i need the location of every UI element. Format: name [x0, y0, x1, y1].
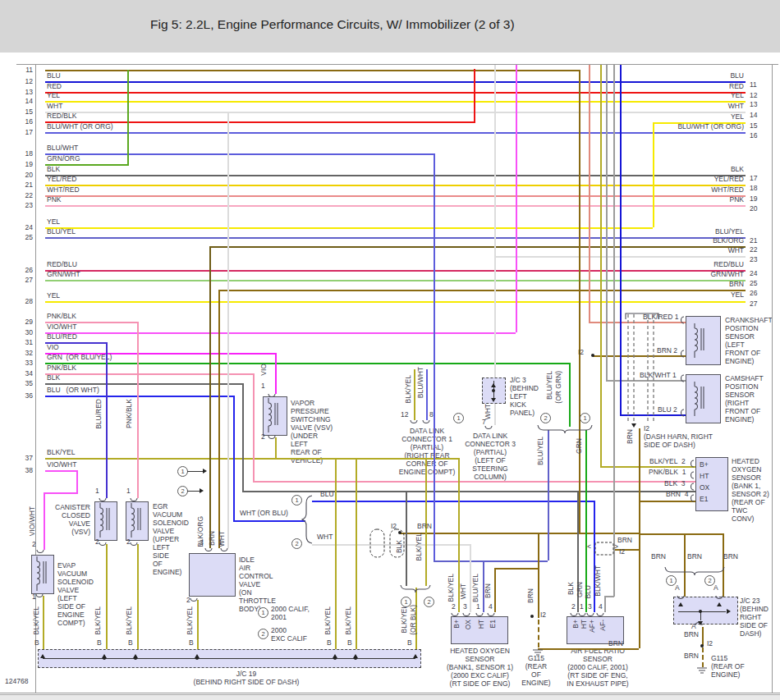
diagram-decorations [0, 0, 780, 700]
shield-dashed-lines [628, 314, 654, 421]
inline-connector [390, 529, 404, 557]
arrowhead [333, 654, 337, 658]
arrowhead [195, 654, 200, 658]
junction-dot [699, 610, 702, 613]
junction-dot [530, 615, 534, 618]
arrowhead [102, 654, 107, 658]
arrowhead [353, 654, 358, 658]
wiring-diagram-page: Fig 5: 2.2L, Engine Performance Circuits… [0, 0, 780, 700]
arrowhead [717, 602, 722, 606]
arrowhead [491, 383, 496, 387]
arrowhead [200, 488, 204, 493]
arrowhead [491, 398, 496, 402]
junction-dot [700, 644, 704, 647]
junction-dot [591, 354, 594, 357]
junction-dot [398, 531, 401, 534]
pin-arcs-coils-grounds-braces [36, 313, 724, 673]
arrowhead [203, 469, 207, 474]
inline-connector [595, 542, 613, 555]
arrowhead [678, 602, 683, 606]
arrowhead [727, 609, 731, 614]
diagram-canvas: VAPOR PRESSURE SWITCHING VALVE (VSV) (UN… [0, 0, 780, 700]
arrowhead [631, 423, 636, 428]
arrowhead [133, 654, 138, 658]
arrowhead [413, 654, 418, 658]
junction-dot [492, 389, 495, 392]
page-bottom-strip [0, 694, 780, 700]
arrowhead [40, 654, 45, 658]
inline-connector [370, 529, 384, 557]
